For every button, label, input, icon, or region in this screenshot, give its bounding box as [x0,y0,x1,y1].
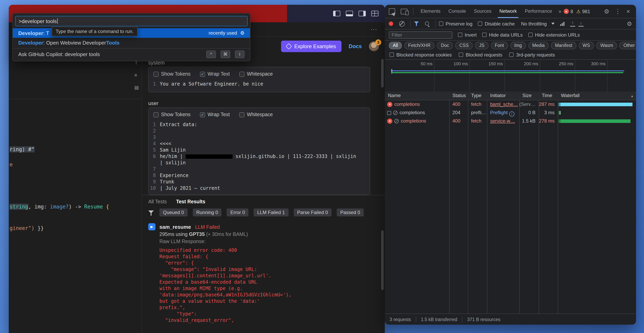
throttling-dropdown[interactable]: No throttling [521,21,555,27]
whitespace-checkbox[interactable]: ✓Whitespace [239,112,273,117]
tab-console[interactable]: Console [444,5,470,18]
clear-icon[interactable] [399,21,405,27]
wrap-text-checkbox[interactable]: ✓Wrap Text [200,112,230,117]
overview-bar-blue [391,70,624,71]
hide-data-urls-checkbox[interactable]: Hide data URLs [482,32,522,38]
import-har-icon[interactable]: ↑ [570,21,575,27]
warning-count[interactable]: 981 [582,9,590,14]
prompt-scrollbar[interactable] [381,59,384,88]
timeline-tick: 100 ms [440,61,468,66]
chip-fetch-xhr[interactable]: Fetch/XHR [404,42,435,49]
filter-error[interactable]: Error 0 [227,208,248,216]
blocked-requests-checkbox[interactable]: Blocked requests [459,52,502,58]
initiator-link[interactable]: Preflight [490,110,508,115]
chevron-down-icon [552,23,555,25]
whitespace-checkbox[interactable]: ✓Whitespace [239,71,273,77]
more-tabs-icon[interactable]: » [556,8,564,14]
kebab-menu-icon[interactable]: ⋮ [612,8,624,15]
wrap-text-checkbox[interactable]: ✓Wrap Text [200,71,230,77]
network-settings-gear-icon[interactable]: ⚙ [627,20,632,27]
tab-test-results[interactable]: Test Results [176,199,205,204]
close-icon[interactable]: × [624,8,633,15]
tab-network[interactable]: Network [495,5,521,18]
redaction-box [186,154,232,159]
col-size: Size [519,92,539,100]
chip-media[interactable]: Media [528,42,549,49]
network-conditions-icon[interactable] [560,22,564,26]
initiator-link[interactable]: baml_sche… [490,102,518,107]
chip-css[interactable]: CSS [455,42,473,49]
code-editor[interactable]: ring) #" e string, img: image?) -> Resum… [9,22,142,333]
tab-performance[interactable]: Performance [521,5,556,18]
table-header[interactable]: Name Status Type Initiator Size Time Wat… [385,92,636,100]
chip-font[interactable]: Font [491,42,508,49]
chip-all[interactable]: All [389,42,402,49]
table-row[interactable]: ×completions 400 fetch baml_sche… (Serv…… [385,100,636,109]
show-tokens-checkbox[interactable]: ✓Show Tokens [154,112,190,117]
tab-sources[interactable]: Sources [470,5,495,18]
network-overview-timeline[interactable]: 50 ms 100 ms 150 ms 200 ms 250 ms 300 ms [385,60,636,92]
sort-arrow-icon[interactable]: ▲ [630,94,634,98]
filter-icon[interactable] [148,210,154,216]
info-icon[interactable]: i [509,111,514,117]
settings-gear-icon[interactable]: ⚙ [601,8,612,15]
preserve-log-checkbox[interactable]: Preserve log [439,21,472,27]
palette-item-open-webview-devtools[interactable]: Developer: Open Webview Developer Tools [13,38,250,47]
warning-icon[interactable]: ⚠ [576,9,580,14]
initiator-link[interactable]: service-w… [490,118,515,124]
chip-doc[interactable]: Doc [437,42,453,49]
filter-llm-failed[interactable]: LLM Failed 1 [254,208,288,216]
col-status: Status [449,92,468,100]
explore-examples-label: Explore Examples [294,43,336,49]
filter-queued[interactable]: Queued 0 [160,208,188,216]
disable-cache-checkbox[interactable]: Disable cache [478,21,515,27]
list-icon[interactable]: ≡ [134,73,137,78]
tests-scrollbar[interactable] [381,230,384,290]
device-toolbar-icon[interactable] [401,9,408,14]
chip-wasm[interactable]: Wasm [596,42,617,49]
code-line-wrap: | sxlijin [149,160,370,166]
toggle-panel-icon[interactable] [346,11,353,16]
run-test-button[interactable]: ▶ [148,223,156,230]
divider [435,20,436,27]
filter-parse-failed[interactable]: Parse Failed 0 [294,208,332,216]
gear-icon[interactable]: ⚙ [240,30,244,36]
inspect-element-icon[interactable] [389,8,395,15]
code-line: 10| July 2021 — current [149,185,370,191]
third-party-requests-checkbox[interactable]: 3rd-party requests [510,52,555,58]
error-count[interactable]: 8 [570,9,573,14]
show-tokens-checkbox[interactable]: ✓Show Tokens [154,71,190,77]
tab-elements[interactable]: Elements [416,5,444,18]
table-row[interactable]: ×completions 400 fetch service-w… 1.5 kB… [385,117,636,125]
chip-ws[interactable]: WS [578,42,594,49]
network-filter-icon[interactable] [414,21,419,26]
record-icon[interactable] [389,22,393,26]
customize-layout-icon[interactable] [371,11,378,16]
more-actions-icon[interactable]: ··· [370,26,377,32]
avatar[interactable]: 3 [369,41,379,51]
table-row[interactable]: completions 204 prefli… Preflighti 0 B 3… [385,109,636,117]
chip-img[interactable]: Img [510,42,526,49]
code-line: 7 [149,166,370,172]
editor-divider [9,99,142,99]
hide-extension-urls-checkbox[interactable]: Hide extension URLs [528,32,580,38]
chip-js[interactable]: JS [475,42,488,49]
export-har-icon[interactable]: ↓ [578,21,584,27]
toggle-secondary-sidebar-icon[interactable] [358,11,366,16]
explore-examples-button[interactable]: Explore Examples [281,40,342,52]
palette-item-ask-copilot[interactable]: Ask GitHub Copilot: developer tools ^ ⌘ … [13,49,250,59]
chip-other[interactable]: Other [619,42,636,49]
rows-icon[interactable]: ▤ [134,85,139,90]
invert-checkbox[interactable]: Invert [458,32,477,38]
filter-passed[interactable]: Passed 0 [337,208,364,216]
tab-all-tests[interactable]: All Tests [148,199,167,204]
test-results-panel: All Tests Test Results Queued 0 Running … [142,195,385,333]
docs-link[interactable]: Docs [349,43,362,49]
search-icon[interactable] [424,21,430,26]
chip-manifest[interactable]: Manifest [551,42,576,49]
blocked-response-cookies-checkbox[interactable]: Blocked response cookies [390,52,452,58]
command-input[interactable]: >developer tools [15,16,248,26]
toggle-primary-sidebar-icon[interactable] [333,11,340,16]
filter-running[interactable]: Running 0 [192,208,222,216]
filter-input[interactable] [389,31,452,38]
